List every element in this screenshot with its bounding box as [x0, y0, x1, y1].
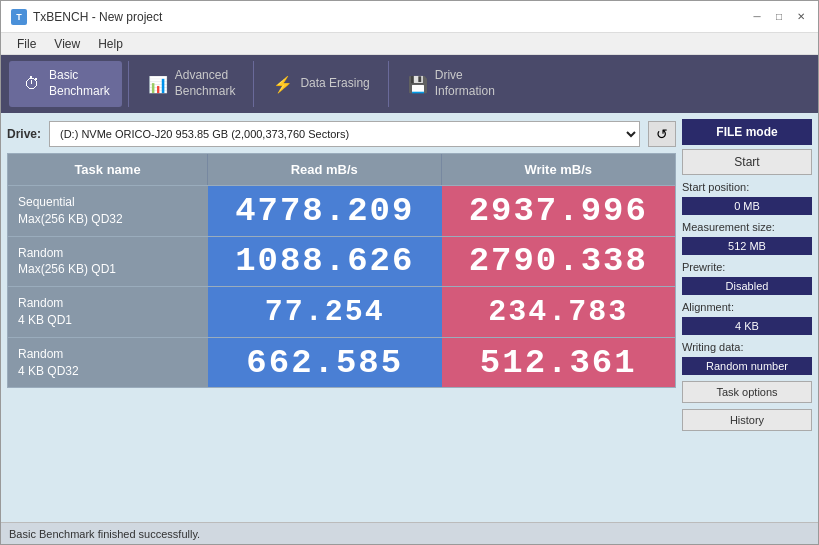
alignment-label: Alignment:: [682, 301, 812, 313]
write-random-qd1-256: 2790.338: [442, 237, 676, 287]
drive-row: Drive: (D:) NVMe ORICO-J20 953.85 GB (2,…: [7, 119, 676, 149]
content-area: Drive: (D:) NVMe ORICO-J20 953.85 GB (2,…: [1, 113, 818, 522]
drive-label: Drive:: [7, 127, 41, 141]
app-icon: T: [11, 9, 27, 25]
history-button[interactable]: History: [682, 409, 812, 431]
status-text: Basic Benchmark finished successfully.: [9, 528, 200, 540]
data-erasing-icon: ⚡: [272, 73, 294, 95]
menu-help[interactable]: Help: [90, 35, 131, 53]
basic-benchmark-label: BasicBenchmark: [49, 68, 110, 99]
task-random-4k-qd1: Random4 KB QD1: [8, 287, 208, 337]
read-random-qd1-256: 1088.626: [208, 237, 442, 287]
menu-view[interactable]: View: [46, 35, 88, 53]
toolbar-data-erasing[interactable]: ⚡ Data Erasing: [260, 61, 381, 107]
basic-benchmark-icon: ⏱: [21, 73, 43, 95]
main-panel: Drive: (D:) NVMe ORICO-J20 953.85 GB (2,…: [7, 119, 676, 516]
title-controls: ─ □ ✕: [750, 10, 808, 24]
write-random-4k-qd32: 512.361: [442, 338, 676, 388]
close-button[interactable]: ✕: [794, 10, 808, 24]
write-random-4k-qd1: 234.783: [442, 287, 676, 337]
toolbar-divider-1: [128, 61, 129, 107]
start-button[interactable]: Start: [682, 149, 812, 175]
prewrite-value: Disabled: [682, 277, 812, 295]
title-bar-left: T TxBENCH - New project: [11, 9, 162, 25]
start-position-label: Start position:: [682, 181, 812, 193]
table-row: Random4 KB QD1 77.254 234.783: [8, 286, 675, 337]
write-value: 2937.996: [469, 192, 648, 230]
toolbar-advanced-benchmark[interactable]: 📊 AdvancedBenchmark: [135, 61, 248, 107]
drive-information-icon: 💾: [407, 73, 429, 95]
read-value: 4778.209: [235, 192, 414, 230]
measurement-size-value: 512 MB: [682, 237, 812, 255]
writing-data-value: Random number: [682, 357, 812, 375]
title-bar: T TxBENCH - New project ─ □ ✕: [1, 1, 818, 33]
write-value: 2790.338: [469, 242, 648, 280]
read-sequential-qd32: 4778.209: [208, 186, 442, 236]
start-position-value: 0 MB: [682, 197, 812, 215]
menu-bar: File View Help: [1, 33, 818, 55]
task-options-button[interactable]: Task options: [682, 381, 812, 403]
task-sequential-qd32: SequentialMax(256 KB) QD32: [8, 186, 208, 236]
read-value: 1088.626: [235, 242, 414, 280]
results-table: Task name Read mB/s Write mB/s Sequentia…: [7, 153, 676, 388]
table-row: SequentialMax(256 KB) QD32 4778.209 2937…: [8, 185, 675, 236]
data-erasing-label: Data Erasing: [300, 76, 369, 92]
alignment-value: 4 KB: [682, 317, 812, 335]
table-row: RandomMax(256 KB) QD1 1088.626 2790.338: [8, 236, 675, 287]
drive-information-label: DriveInformation: [435, 68, 495, 99]
task-random-4k-qd32: Random4 KB QD32: [8, 338, 208, 388]
menu-file[interactable]: File: [9, 35, 44, 53]
window-title: TxBENCH - New project: [33, 10, 162, 24]
drive-select[interactable]: (D:) NVMe ORICO-J20 953.85 GB (2,000,373…: [49, 121, 640, 147]
write-value: 234.783: [488, 295, 628, 329]
task-random-qd1-256: RandomMax(256 KB) QD1: [8, 237, 208, 287]
maximize-button[interactable]: □: [772, 10, 786, 24]
write-value: 512.361: [480, 344, 637, 382]
header-write: Write mB/s: [442, 154, 676, 185]
measurement-size-label: Measurement size:: [682, 221, 812, 233]
main-window: T TxBENCH - New project ─ □ ✕ File View …: [0, 0, 819, 545]
read-random-4k-qd32: 662.585: [208, 338, 442, 388]
toolbar-divider-2: [253, 61, 254, 107]
writing-data-label: Writing data:: [682, 341, 812, 353]
prewrite-label: Prewrite:: [682, 261, 812, 273]
toolbar-divider-3: [388, 61, 389, 107]
toolbar-drive-information[interactable]: 💾 DriveInformation: [395, 61, 507, 107]
table-row: Random4 KB QD32 662.585 512.361: [8, 337, 675, 388]
header-task: Task name: [8, 154, 208, 185]
right-panel: FILE mode Start Start position: 0 MB Mea…: [682, 119, 812, 516]
write-sequential-qd32: 2937.996: [442, 186, 676, 236]
read-random-4k-qd1: 77.254: [208, 287, 442, 337]
toolbar: ⏱ BasicBenchmark 📊 AdvancedBenchmark ⚡ D…: [1, 55, 818, 113]
advanced-benchmark-icon: 📊: [147, 73, 169, 95]
read-value: 662.585: [246, 344, 403, 382]
advanced-benchmark-label: AdvancedBenchmark: [175, 68, 236, 99]
status-bar: Basic Benchmark finished successfully.: [1, 522, 818, 544]
toolbar-basic-benchmark[interactable]: ⏱ BasicBenchmark: [9, 61, 122, 107]
file-mode-button[interactable]: FILE mode: [682, 119, 812, 145]
minimize-button[interactable]: ─: [750, 10, 764, 24]
drive-refresh-button[interactable]: ↺: [648, 121, 676, 147]
header-read: Read mB/s: [208, 154, 442, 185]
table-header: Task name Read mB/s Write mB/s: [8, 154, 675, 185]
read-value: 77.254: [265, 295, 385, 329]
